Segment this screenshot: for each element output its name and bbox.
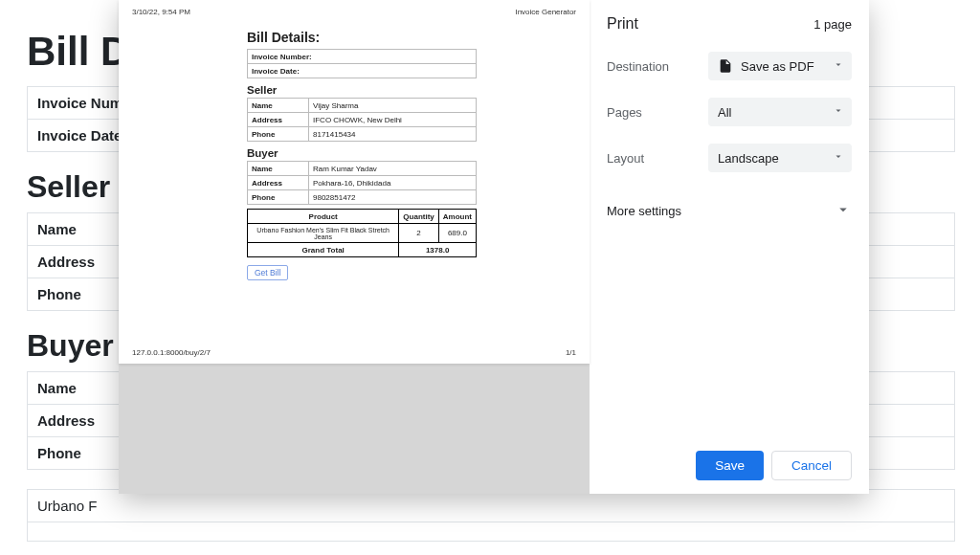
- pv-buyer-name: Ram Kumar Yadav: [309, 162, 477, 176]
- pv-name-label: Name: [248, 99, 309, 113]
- pv-name-label-2: Name: [248, 162, 309, 176]
- pv-seller-name: Vijay Sharma: [309, 99, 477, 113]
- print-settings-panel: Print 1 page Destination Save as PDF Pag…: [590, 0, 869, 494]
- product-row-text: Urbano F: [28, 490, 955, 522]
- chevron-down-icon: [835, 201, 852, 221]
- pv-product-qty: 2: [399, 224, 438, 243]
- pv-seller-heading: Seller: [247, 84, 461, 96]
- pv-grand-total-label: Grand Total: [248, 243, 399, 257]
- more-settings-label: More settings: [607, 204, 681, 218]
- preview-page-indicator: 1/1: [566, 348, 576, 357]
- pages-label: Pages: [607, 105, 708, 120]
- pv-product-table: Product Quantity Amount Urbano Fashion M…: [247, 209, 477, 257]
- pv-seller-phone: 8171415434: [309, 127, 477, 142]
- chevron-down-icon: [833, 105, 844, 120]
- chevron-down-icon: [833, 151, 844, 166]
- pv-buyer-phone: 9802851472: [309, 190, 477, 205]
- pv-phone-label-2: Phone: [248, 190, 309, 205]
- print-dialog: 3/10/22, 9:54 PM Invoice Generator Bill …: [119, 0, 869, 494]
- pv-bill-details: Bill Details:: [247, 30, 461, 45]
- pv-buyer-table: NameRam Kumar Yadav AddressPokhara-16, D…: [247, 161, 477, 205]
- layout-select[interactable]: Landscape: [708, 144, 852, 172]
- pages-value: All: [718, 105, 731, 120]
- print-preview-page: 3/10/22, 9:54 PM Invoice Generator Bill …: [119, 0, 590, 364]
- pages-row: Pages All: [607, 98, 852, 126]
- preview-footer-url: 127.0.0.1:8000/buy/2/7: [132, 348, 211, 357]
- preview-footer: 127.0.0.1:8000/buy/2/7 1/1: [132, 348, 576, 357]
- print-preview-area: 3/10/22, 9:54 PM Invoice Generator Bill …: [119, 0, 590, 494]
- pv-get-bill-btn: Get Bill: [247, 265, 288, 280]
- pv-product-amount: 689.0: [438, 224, 476, 243]
- preview-body: Bill Details: Invoice Number: Invoice Da…: [132, 30, 576, 280]
- pv-buyer-heading: Buyer: [247, 147, 461, 159]
- pv-address-label: Address: [248, 113, 309, 127]
- layout-row: Layout Landscape: [607, 144, 852, 172]
- preview-app-title: Invoice Generator: [515, 8, 576, 16]
- pv-product-name: Urbano Fashion Men's Slim Fit Black Stre…: [248, 224, 399, 243]
- layout-label: Layout: [607, 151, 708, 166]
- destination-value: Save as PDF: [741, 59, 814, 74]
- preview-timestamp: 3/10/22, 9:54 PM: [132, 8, 190, 16]
- pv-col-quantity: Quantity: [399, 210, 438, 224]
- pv-grand-total-value: 1378.0: [399, 243, 477, 257]
- save-button[interactable]: Save: [696, 451, 764, 480]
- pv-invoice-num-label: Invoice Number:: [248, 50, 477, 64]
- pv-phone-label: Phone: [248, 127, 309, 142]
- pages-select[interactable]: All: [708, 98, 852, 126]
- panel-buttons: Save Cancel: [696, 451, 852, 480]
- destination-label: Destination: [607, 59, 708, 74]
- destination-select[interactable]: Save as PDF: [708, 52, 852, 80]
- pv-invoice-meta: Invoice Number: Invoice Date:: [247, 49, 477, 78]
- chevron-down-icon: [833, 59, 844, 74]
- print-title: Print: [607, 15, 638, 33]
- preview-header: 3/10/22, 9:54 PM Invoice Generator: [132, 8, 576, 16]
- cancel-button[interactable]: Cancel: [771, 451, 852, 480]
- pv-seller-address: IFCO CHOWK, New Delhi: [309, 113, 477, 127]
- pdf-icon: [718, 58, 733, 74]
- pv-buyer-address: Pokhara-16, Dhikidada: [309, 176, 477, 190]
- pv-address-label-2: Address: [248, 176, 309, 190]
- pv-col-amount: Amount: [438, 210, 476, 224]
- more-settings-toggle[interactable]: More settings: [607, 197, 852, 225]
- page-count: 1 page: [813, 17, 852, 32]
- pv-col-product: Product: [248, 210, 399, 224]
- panel-header: Print 1 page: [607, 15, 852, 33]
- destination-row: Destination Save as PDF: [607, 52, 852, 80]
- product-table-bg: Urbano F: [27, 489, 955, 542]
- pv-invoice-date-label: Invoice Date:: [248, 64, 477, 78]
- layout-value: Landscape: [718, 151, 779, 166]
- pv-seller-table: NameVijay Sharma AddressIFCO CHOWK, New …: [247, 98, 477, 142]
